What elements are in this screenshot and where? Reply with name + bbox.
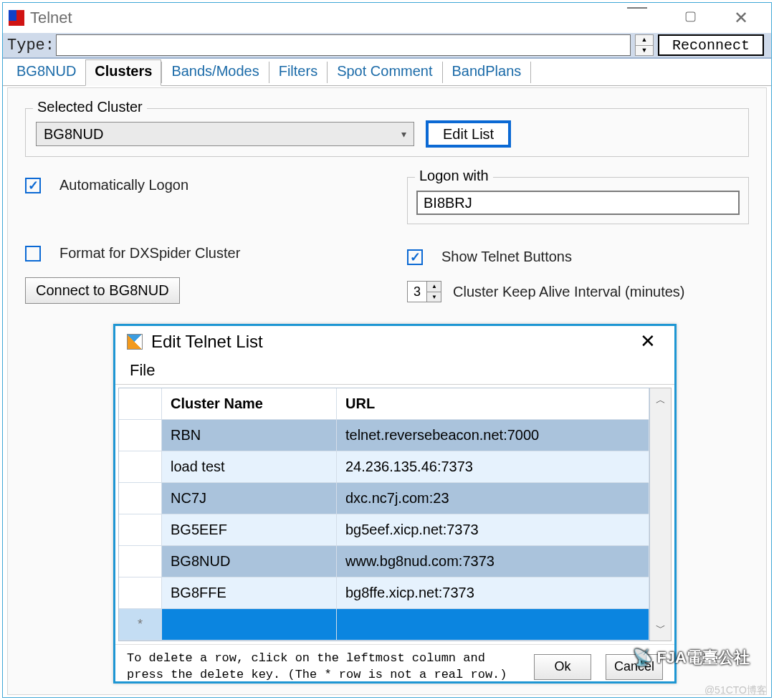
connect-button[interactable]: Connect to BG8NUD (25, 277, 180, 304)
keepalive-label: Cluster Keep Alive Interval (minutes) (453, 284, 684, 300)
minimize-button[interactable]: — (627, 4, 647, 24)
tab-bands-modes[interactable]: Bands/Modes (162, 59, 268, 86)
tab-strip: BG8NUD Clusters Bands/Modes Filters Spot… (3, 59, 771, 86)
type-spinner[interactable]: ▲ ▼ (635, 34, 654, 56)
type-label: Type: (7, 37, 54, 54)
modal-file-menu[interactable]: File (115, 357, 674, 385)
tab-spot-comment[interactable]: Spot Comment (328, 59, 441, 86)
table-new-row[interactable]: * (119, 609, 649, 641)
keepalive-value: 3 (408, 282, 426, 302)
auto-logon-checkbox[interactable] (25, 178, 41, 193)
cell-cluster-name[interactable]: BG5EEF (162, 514, 337, 546)
grid-header-url[interactable]: URL (337, 388, 649, 420)
app-icon (9, 10, 24, 26)
row-selector[interactable]: * (119, 609, 162, 641)
modal-titlebar: Edit Telnet List ✕ (115, 326, 674, 357)
cell-url[interactable]: bg5eef.xicp.net:7373 (337, 514, 649, 546)
cluster-select-value: BG8NUD (44, 126, 103, 143)
grid-scrollbar[interactable]: ︿ ﹀ (650, 388, 672, 641)
row-selector[interactable] (119, 546, 162, 577)
table-row[interactable]: RBNtelnet.reversebeacon.net:7000 (119, 420, 649, 451)
cell-cluster-name[interactable]: NC7J (162, 483, 337, 514)
chevron-down-icon: ▾ (401, 128, 406, 140)
type-spin-down[interactable]: ▼ (636, 46, 653, 56)
cell-cluster-name[interactable]: RBN (162, 420, 337, 451)
cell-url[interactable]: www.bg8nud.com:7373 (337, 546, 649, 577)
type-bar: Type: ▲ ▼ Reconnect (3, 33, 771, 59)
tab-bandplans[interactable]: BandPlans (443, 59, 531, 86)
selected-cluster-group: Selected Cluster BG8NUD ▾ Edit List (25, 108, 749, 157)
form-icon (127, 334, 143, 350)
show-buttons-checkbox[interactable] (407, 249, 423, 265)
cell-cluster-name[interactable]: load test (162, 451, 337, 483)
auto-logon-row[interactable]: Automatically Logon (25, 177, 367, 193)
format-dxspider-row[interactable]: Format for DXSpider Cluster (25, 245, 367, 262)
cell-cluster-name[interactable]: BG8FFE (162, 577, 337, 609)
tab-bg8nud[interactable]: BG8NUD (7, 59, 85, 86)
grid-header: Cluster Name URL (119, 388, 649, 420)
table-row[interactable]: NC7Jdxc.nc7j.com:23 (119, 483, 649, 514)
close-button[interactable]: ✕ (734, 8, 748, 28)
modal-footer: To delete a row, click on the leftmost c… (115, 644, 674, 694)
edit-list-button[interactable]: Edit List (426, 120, 511, 148)
modal-title: Edit Telnet List (151, 332, 633, 352)
clusters-pane: Selected Cluster BG8NUD ▾ Edit List Auto… (8, 88, 766, 324)
row-selector[interactable] (119, 577, 162, 609)
scroll-up-icon[interactable]: ︿ (656, 394, 666, 407)
window-title: Telnet (30, 9, 627, 27)
keepalive-spinner[interactable]: 3 ▲ ▼ (407, 281, 441, 302)
brand-watermark: 📡 FJA電臺公社 (633, 647, 750, 668)
keepalive-up[interactable]: ▲ (426, 282, 441, 292)
cell-cluster-name[interactable]: BG8NUD (162, 546, 337, 577)
logon-with-group: Logon with (407, 177, 749, 224)
table-row[interactable]: BG8NUDwww.bg8nud.com:7373 (119, 546, 649, 577)
row-selector[interactable] (119, 483, 162, 514)
cell-url[interactable] (337, 609, 649, 641)
tab-filters[interactable]: Filters (269, 59, 327, 86)
format-dxspider-label: Format for DXSpider Cluster (59, 245, 240, 262)
new-row-star-icon: * (138, 617, 143, 632)
logon-input[interactable] (416, 191, 740, 215)
table-row[interactable]: BG5EEFbg5eef.xicp.net:7373 (119, 514, 649, 546)
cluster-select[interactable]: BG8NUD ▾ (36, 122, 414, 146)
logon-legend: Logon with (415, 168, 493, 184)
cell-url[interactable]: dxc.nc7j.com:23 (337, 483, 649, 514)
show-buttons-label: Show Telnet Buttons (441, 249, 572, 265)
show-buttons-row[interactable]: Show Telnet Buttons (407, 249, 749, 265)
maximize-button[interactable]: ▢ (684, 8, 697, 28)
edit-telnet-list-dialog: Edit Telnet List ✕ File Cluster Name URL… (113, 324, 677, 684)
cell-cluster-name[interactable] (162, 609, 337, 641)
format-dxspider-checkbox[interactable] (25, 246, 41, 262)
type-combo[interactable] (56, 34, 631, 56)
table-row[interactable]: load test24.236.135.46:7373 (119, 451, 649, 483)
scroll-down-icon[interactable]: ﹀ (656, 622, 666, 635)
cell-url[interactable]: 24.236.135.46:7373 (337, 451, 649, 483)
delete-hint: To delete a row, click on the leftmost c… (127, 651, 520, 684)
group-legend: Selected Cluster (33, 99, 147, 115)
row-selector[interactable] (119, 420, 162, 451)
modal-close-button[interactable]: ✕ (633, 326, 663, 357)
row-selector[interactable] (119, 451, 162, 483)
credit-watermark: @51CTO博客 (704, 684, 767, 697)
grid-header-name[interactable]: Cluster Name (162, 388, 337, 420)
titlebar: Telnet — ▢ ✕ (3, 3, 771, 33)
cell-url[interactable]: bg8ffe.xicp.net:7373 (337, 577, 649, 609)
type-spin-up[interactable]: ▲ (636, 35, 653, 46)
reconnect-button[interactable]: Reconnect (658, 34, 764, 56)
ok-button[interactable]: Ok (534, 654, 591, 680)
table-row[interactable]: BG8FFEbg8ffe.xicp.net:7373 (119, 577, 649, 609)
tab-clusters[interactable]: Clusters (85, 59, 161, 86)
auto-logon-label: Automatically Logon (59, 177, 188, 193)
row-selector[interactable] (119, 514, 162, 546)
cell-url[interactable]: telnet.reversebeacon.net:7000 (337, 420, 649, 451)
grid-header-selector (119, 388, 162, 420)
keepalive-down[interactable]: ▼ (426, 292, 441, 302)
cluster-grid[interactable]: Cluster Name URL RBNtelnet.reversebeacon… (118, 388, 650, 641)
